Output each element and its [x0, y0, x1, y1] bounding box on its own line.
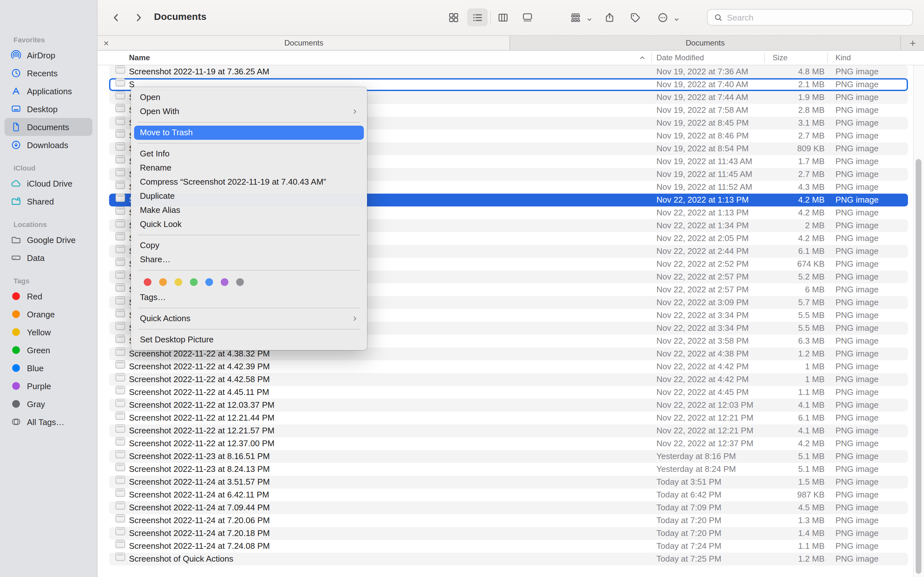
file-row[interactable]: Screenshot 2022-11-24 at 7.24.08 PMToday…: [109, 540, 908, 553]
sidebar-item-green[interactable]: Green: [5, 341, 92, 359]
column-header-date-modified[interactable]: Date Modified: [656, 51, 704, 65]
columns-view-button[interactable]: [494, 8, 512, 26]
sidebar-item-data[interactable]: Data: [5, 249, 92, 267]
tag-dot-orange-icon: [12, 310, 20, 318]
share-button[interactable]: [601, 8, 619, 26]
file-size: 6.1 MB: [719, 245, 825, 258]
column-header-name[interactable]: Name: [129, 51, 150, 65]
tag-color-yellow[interactable]: [174, 278, 182, 286]
menu-item-quick-actions[interactable]: Quick Actions: [134, 311, 364, 326]
sidebar-item-downloads[interactable]: Downloads: [5, 136, 92, 154]
tab-documents-2[interactable]: Documents: [510, 36, 900, 50]
file-row[interactable]: Screenshot 2022-11-22 at 4.45.11 PMNov 2…: [109, 386, 908, 399]
sidebar-item-recents[interactable]: Recents: [5, 64, 92, 82]
tab-documents-1[interactable]: [97, 36, 510, 50]
file-thumbnail-icon: [115, 117, 125, 125]
menu-item-set-desktop-picture[interactable]: Set Desktop Picture: [134, 333, 364, 347]
gallery-view-button[interactable]: [519, 8, 536, 26]
menu-item-quick-look[interactable]: Quick Look: [134, 218, 364, 231]
scrollbar-track[interactable]: [913, 65, 924, 577]
file-kind: PNG image: [835, 284, 879, 296]
file-thumbnail-icon: [115, 463, 125, 471]
sidebar-item-documents[interactable]: Documents: [5, 118, 92, 136]
new-tab-button[interactable]: [901, 36, 924, 50]
file-row[interactable]: Screenshot 2022-11-22 at 12.37.00 PMNov …: [109, 437, 908, 450]
file-row[interactable]: Screenshot 2022-11-24 at 7.20.18 PMToday…: [109, 527, 908, 540]
search-field[interactable]: [707, 9, 913, 26]
file-row[interactable]: Screenshot 2022-11-23 at 8.16.51 PMYeste…: [109, 450, 908, 463]
file-thumbnail-icon: [115, 437, 125, 446]
file-row[interactable]: Screenshot 2022-11-19 at 7.36.25 AMNov 1…: [109, 65, 908, 78]
submenu-chevron-icon: [352, 316, 358, 322]
file-row[interactable]: Screenshot 2022-11-22 at 4.42.58 PMNov 2…: [109, 373, 908, 386]
column-header-size[interactable]: Size: [772, 51, 788, 65]
menu-item-get-info[interactable]: Get Info: [134, 147, 364, 161]
sidebar-item-google-drive[interactable]: Google Drive: [5, 231, 92, 249]
sidebar-item-desktop[interactable]: Desktop: [5, 100, 92, 118]
menu-item-move-to-trash[interactable]: Move to Trash: [134, 126, 364, 140]
sidebar-item-airdrop[interactable]: AirDrop: [5, 46, 92, 64]
group-by-button[interactable]: [567, 8, 585, 26]
file-thumbnail-icon: [115, 514, 125, 522]
menu-item-open-with[interactable]: Open With: [134, 105, 364, 119]
back-button[interactable]: [107, 8, 125, 26]
file-size: 2.7 MB: [719, 168, 825, 181]
file-row[interactable]: Screenshot 2022-11-22 at 12.03.37 PMNov …: [109, 399, 908, 412]
file-row[interactable]: Screenshot 2022-11-24 at 7.20.06 PMToday…: [109, 514, 908, 527]
tags-button[interactable]: [626, 8, 644, 26]
sidebar-item-orange[interactable]: Orange: [5, 305, 92, 323]
scrollbar-thumb[interactable]: [916, 159, 921, 574]
tag-color-gray[interactable]: [236, 278, 244, 286]
column-divider[interactable]: [651, 53, 652, 63]
tag-color-blue[interactable]: [205, 278, 213, 286]
menu-item-compress-screenshot-2022-11-19-at-7-40-43-am[interactable]: Compress “Screenshot 2022-11-19 at 7.40.…: [134, 175, 364, 189]
file-kind: PNG image: [835, 488, 879, 501]
file-name: Screenshot 2022-11-24 at 7.09.44 PM: [129, 501, 270, 514]
file-row[interactable]: Screenshot 2022-11-22 at 12.21.44 PMNov …: [109, 412, 908, 424]
menu-item-label: Make Alias: [140, 203, 180, 218]
sidebar-item-purple[interactable]: Purple: [5, 377, 92, 395]
tag-color-orange[interactable]: [159, 278, 167, 286]
menu-item-rename[interactable]: Rename: [134, 161, 364, 175]
sidebar-item-blue[interactable]: Blue: [5, 359, 92, 377]
file-thumbnail-icon: [115, 296, 125, 305]
menu-item-open[interactable]: Open: [134, 90, 364, 105]
file-row[interactable]: Screenshot 2022-11-24 at 6.42.11 PMToday…: [109, 488, 908, 501]
sidebar-item-gray[interactable]: Gray: [5, 395, 92, 413]
sidebar-item-all-tags[interactable]: All Tags…: [5, 413, 92, 431]
file-thumbnail-icon: [115, 309, 125, 318]
tab-close-button[interactable]: [101, 38, 111, 48]
grid-view-button[interactable]: [445, 8, 463, 26]
tag-color-red[interactable]: [144, 278, 152, 286]
tag-color-green[interactable]: [190, 278, 198, 286]
file-row[interactable]: Screenshot 2022-11-23 at 8.24.13 PMYeste…: [109, 463, 908, 476]
file-row[interactable]: Screenshot of Quick ActionsToday at 7:25…: [109, 553, 908, 566]
tag-color-purple[interactable]: [221, 278, 228, 286]
folder-icon: [11, 235, 21, 245]
more-actions-button[interactable]: [654, 8, 672, 26]
file-row[interactable]: Screenshot 2022-11-24 at 3.51.57 PMToday…: [109, 476, 908, 488]
file-row[interactable]: Screenshot 2022-11-22 at 12.21.57 PMNov …: [109, 424, 908, 437]
sidebar-item-shared[interactable]: Shared: [5, 192, 92, 210]
menu-item-tags[interactable]: Tags…: [134, 290, 364, 305]
menu-item-make-alias[interactable]: Make Alias: [134, 203, 364, 218]
menu-item-share[interactable]: Share…: [134, 253, 364, 267]
file-size: 5.5 MB: [719, 322, 825, 335]
menu-item-duplicate[interactable]: Duplicate: [134, 189, 364, 203]
list-view-button[interactable]: [467, 8, 488, 26]
sidebar-item-icloud-drive[interactable]: iCloud Drive: [5, 174, 92, 192]
sidebar-item-yellow[interactable]: Yellow: [5, 323, 92, 341]
menu-item-copy[interactable]: Copy: [134, 239, 364, 253]
column-divider[interactable]: [827, 53, 828, 63]
search-input[interactable]: [727, 13, 913, 22]
file-row[interactable]: Screenshot 2022-11-24 at 7.09.44 PMToday…: [109, 501, 908, 514]
column-divider[interactable]: [764, 53, 765, 63]
menu-separator: [138, 143, 360, 143]
sidebar-item-red[interactable]: Red: [5, 287, 92, 305]
forward-button[interactable]: [129, 8, 148, 26]
file-row[interactable]: Screenshot 2022-11-22 at 4.42.39 PMNov 2…: [109, 360, 908, 373]
grid-view-icon: [449, 12, 459, 23]
column-header-kind[interactable]: Kind: [835, 51, 851, 65]
airdrop-icon: [11, 50, 21, 60]
sidebar-item-applications[interactable]: Applications: [5, 82, 92, 100]
